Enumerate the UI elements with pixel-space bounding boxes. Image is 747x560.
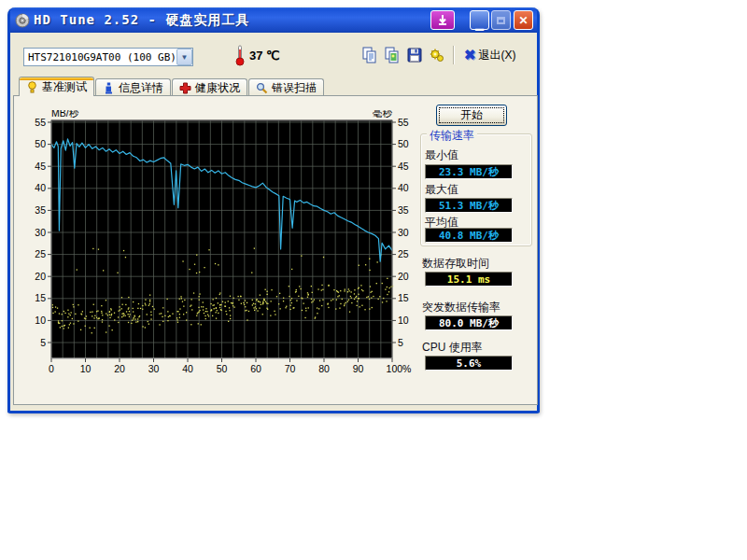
svg-text:70: 70 bbox=[285, 363, 296, 374]
svg-text:100%: 100% bbox=[387, 363, 412, 374]
max-label: 最大值 bbox=[425, 182, 458, 198]
svg-text:40: 40 bbox=[182, 363, 193, 374]
drive-select-value: HTS721010G9AT00 (100 GB) bbox=[24, 51, 176, 63]
svg-text:45: 45 bbox=[35, 161, 46, 172]
svg-text:20: 20 bbox=[398, 271, 409, 282]
down-arrow-icon bbox=[436, 14, 449, 27]
svg-text:80: 80 bbox=[318, 363, 330, 374]
svg-text:30: 30 bbox=[148, 363, 160, 374]
options-button[interactable] bbox=[427, 45, 447, 65]
burst-rate-label: 突发数据传输率 bbox=[422, 300, 500, 315]
toolbar-separator bbox=[453, 46, 455, 64]
access-time-value: 15.1 ms bbox=[425, 272, 513, 287]
exit-button[interactable]: ✖ 退出(X) bbox=[460, 45, 520, 65]
svg-text:10: 10 bbox=[398, 315, 409, 326]
close-button[interactable]: ✕ bbox=[514, 10, 533, 30]
svg-text:50: 50 bbox=[35, 138, 46, 149]
tab-benchmark[interactable]: 基准测试 bbox=[19, 77, 94, 96]
svg-text:90: 90 bbox=[353, 363, 364, 374]
temperature-value: 37 ℃ bbox=[249, 49, 280, 63]
svg-text:MB/秒: MB/秒 bbox=[51, 110, 79, 119]
benchmark-panel: 5555505045454040353530302525202015151010… bbox=[13, 95, 538, 405]
chevron-down-icon[interactable]: ▼ bbox=[176, 49, 192, 65]
svg-text:55: 55 bbox=[398, 117, 409, 128]
toolbar: ✖ 退出(X) bbox=[359, 45, 520, 65]
tab-info[interactable]: 信息详情 bbox=[95, 78, 171, 96]
svg-text:10: 10 bbox=[80, 363, 92, 374]
app-icon bbox=[15, 13, 30, 28]
lightbulb-icon bbox=[26, 81, 38, 93]
minimize-icon: ▁ bbox=[475, 19, 483, 31]
svg-text:50: 50 bbox=[398, 138, 409, 149]
thermometer-icon bbox=[234, 44, 246, 66]
tab-bar: 基准测试 信息详情 健康状况 错误扫描 bbox=[19, 77, 325, 96]
svg-text:35: 35 bbox=[35, 204, 46, 216]
benchmark-chart: 5555505045454040353530302525202015151010… bbox=[34, 110, 426, 385]
maximize-button[interactable] bbox=[491, 10, 511, 30]
close-icon: ✕ bbox=[518, 14, 528, 27]
svg-text:30: 30 bbox=[35, 227, 46, 238]
burst-rate-value: 80.0 MB/秒 bbox=[425, 315, 513, 330]
hdtune-window: HD Tune 2.52 - 硬盘实用工具 ▁ ✕ HTS721010G9AT0… bbox=[7, 7, 540, 413]
svg-text:0: 0 bbox=[49, 363, 54, 374]
save-icon bbox=[406, 47, 423, 63]
svg-text:25: 25 bbox=[35, 248, 46, 259]
access-time-label: 数据存取时间 bbox=[422, 256, 489, 272]
cpu-usage-value: 5.6% bbox=[425, 356, 513, 371]
options-gear-icon bbox=[429, 47, 445, 63]
svg-text:毫秒: 毫秒 bbox=[373, 110, 393, 119]
cpu-usage-label: CPU 使用率 bbox=[422, 340, 483, 356]
max-value: 51.3 MB/秒 bbox=[425, 198, 513, 213]
svg-text:60: 60 bbox=[250, 363, 261, 374]
magnifier-icon bbox=[256, 82, 268, 94]
client-area: HTS721010G9AT00 (100 GB) ▼ 37 ℃ bbox=[10, 33, 537, 408]
focus-ring bbox=[439, 107, 504, 123]
drive-select[interactable]: HTS721010G9AT00 (100 GB) ▼ bbox=[23, 48, 193, 66]
svg-text:40: 40 bbox=[35, 182, 46, 193]
avg-value: 40.8 MB/秒 bbox=[425, 228, 513, 243]
svg-text:45: 45 bbox=[398, 161, 409, 172]
group-title: 传输速率 bbox=[427, 128, 477, 144]
temperature-indicator: 37 ℃ bbox=[234, 44, 280, 66]
exit-x-icon: ✖ bbox=[464, 47, 476, 63]
download-indicator-button[interactable] bbox=[430, 10, 455, 30]
svg-text:5: 5 bbox=[40, 337, 46, 348]
svg-text:35: 35 bbox=[398, 204, 409, 216]
maximize-icon bbox=[497, 17, 505, 24]
minimize-button[interactable]: ▁ bbox=[470, 10, 489, 30]
svg-text:10: 10 bbox=[35, 315, 46, 326]
svg-text:20: 20 bbox=[35, 271, 46, 282]
svg-text:20: 20 bbox=[114, 363, 125, 374]
start-button[interactable]: 开始 bbox=[436, 105, 507, 126]
info-icon bbox=[103, 82, 115, 94]
min-value: 23.3 MB/秒 bbox=[425, 164, 513, 179]
window-title: HD Tune 2.52 - 硬盘实用工具 bbox=[34, 12, 249, 29]
min-label: 最小值 bbox=[425, 147, 458, 163]
copy-image-icon bbox=[384, 47, 401, 63]
svg-text:30: 30 bbox=[398, 227, 409, 238]
save-button[interactable] bbox=[404, 45, 425, 65]
tab-error-scan[interactable]: 错误扫描 bbox=[248, 78, 324, 96]
copy-text-icon bbox=[361, 47, 378, 63]
svg-text:5: 5 bbox=[398, 337, 403, 348]
svg-text:15: 15 bbox=[35, 292, 46, 303]
copy-image-button[interactable] bbox=[382, 45, 402, 65]
svg-text:55: 55 bbox=[35, 117, 46, 128]
copy-text-button[interactable] bbox=[359, 45, 380, 65]
health-cross-icon bbox=[179, 82, 191, 94]
svg-text:25: 25 bbox=[398, 248, 409, 259]
svg-text:50: 50 bbox=[217, 363, 228, 374]
svg-text:15: 15 bbox=[398, 292, 409, 303]
tab-health[interactable]: 健康状况 bbox=[172, 78, 247, 96]
svg-text:40: 40 bbox=[398, 182, 409, 193]
titlebar[interactable]: HD Tune 2.52 - 硬盘实用工具 ▁ ✕ bbox=[10, 7, 537, 33]
